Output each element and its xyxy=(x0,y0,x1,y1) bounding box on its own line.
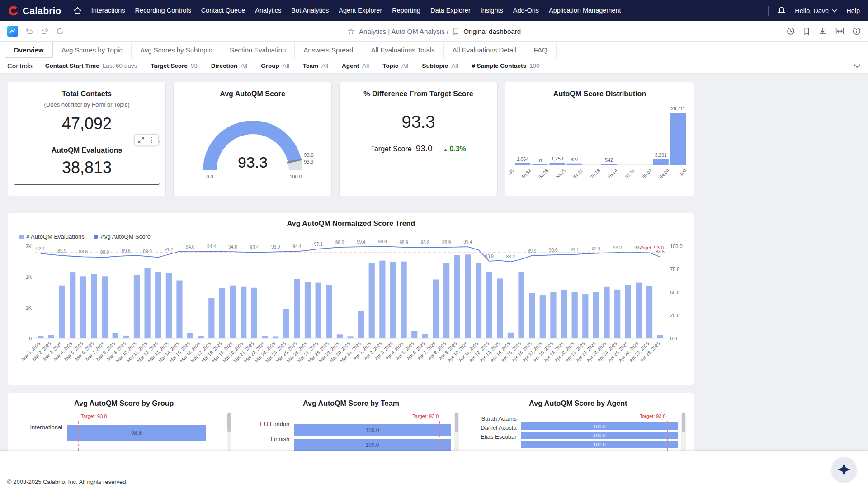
tab-answers-spread[interactable]: Answers Spread xyxy=(295,42,362,58)
filter-name: Group xyxy=(261,62,279,69)
scrollbar-thumb[interactable] xyxy=(227,413,231,432)
filter-value: 93 xyxy=(191,62,198,69)
nav-item-agent-explorer[interactable]: Agent Explorer xyxy=(334,0,387,21)
trend-chart[interactable]: 01K1K2K0.025.050.075.0100.0Mar 1, 2025Ma… xyxy=(14,240,688,375)
bar-elias-escobar[interactable]: 100.0 xyxy=(521,441,678,448)
svg-text:61: 61 xyxy=(537,158,542,163)
svg-text:827: 827 xyxy=(570,157,578,162)
history-button[interactable] xyxy=(787,27,795,35)
svg-text:1,250: 1,250 xyxy=(551,156,563,161)
bar-daniel-acosta[interactable]: 100.0 xyxy=(521,432,678,439)
export-button[interactable] xyxy=(819,27,827,35)
filter-sample-contacts[interactable]: # Sample Contacts100 xyxy=(472,62,539,69)
legend: # AutoQM Evaluations Avg AutoQM Score xyxy=(19,233,688,240)
avg-score-gauge-card: Avg AutoQM Score 0.0100.093.093.393.3 xyxy=(173,82,332,196)
chevron-down-icon xyxy=(832,9,837,13)
svg-text:100: 100 xyxy=(678,168,687,177)
svg-text:46.32: 46.32 xyxy=(520,168,532,179)
fit-width-button[interactable] xyxy=(835,28,844,35)
svg-text:1,054: 1,054 xyxy=(516,156,528,162)
autoqm-evaluations-value: 38,813 xyxy=(14,158,160,177)
redo-button[interactable] xyxy=(41,28,49,35)
filter-team[interactable]: TeamAll xyxy=(303,62,328,69)
legend-item-evaluations[interactable]: # AutoQM Evaluations xyxy=(19,233,85,240)
tab-all-evaluations-totals[interactable]: All Evaluations Totals xyxy=(362,42,443,58)
bar-sarah-adams[interactable]: 100.0 xyxy=(521,422,678,430)
svg-text:99.0: 99.0 xyxy=(335,240,344,245)
favorite-star-icon[interactable]: ☆ xyxy=(347,27,355,36)
filter-group[interactable]: GroupAll xyxy=(261,62,289,69)
tab-all-evaluations-detail[interactable]: All Evaluations Detail xyxy=(444,42,525,58)
bar-eu-london[interactable]: 100.0 xyxy=(294,424,450,436)
user-menu[interactable]: Hello, Dave xyxy=(795,7,837,14)
svg-text:70.18: 70.18 xyxy=(589,168,601,179)
svg-text:99.4: 99.4 xyxy=(357,240,366,244)
dashboard-app-icon[interactable] xyxy=(7,26,18,37)
refresh-button[interactable] xyxy=(56,28,64,35)
nav-item-insights[interactable]: Insights xyxy=(476,0,508,21)
calabrio-logo[interactable]: Calabrio xyxy=(8,5,61,16)
home-button[interactable] xyxy=(73,6,82,15)
distribution-chart[interactable]: 1,054611,2508275423,29128,71140.3546.325… xyxy=(509,102,691,191)
tab-faq[interactable]: FAQ xyxy=(525,42,557,58)
bar-value: 100.0 xyxy=(593,424,606,429)
tab-section-evaluation[interactable]: Section Evaluation xyxy=(221,42,295,58)
svg-text:82.11: 82.11 xyxy=(624,168,635,179)
filter-name: Team xyxy=(303,62,318,69)
expand-icon[interactable] xyxy=(138,137,144,143)
legend-dot-icon xyxy=(94,235,98,239)
dashboard-name[interactable]: Original dashboard xyxy=(463,28,521,35)
undo-button[interactable] xyxy=(25,28,33,35)
scrollbar-thumb[interactable] xyxy=(682,413,685,432)
svg-text:28,711: 28,711 xyxy=(671,106,685,111)
help-button[interactable]: Help xyxy=(846,7,860,14)
nav-item-analytics[interactable]: Analytics xyxy=(250,0,286,21)
legend-label: # AutoQM Evaluations xyxy=(26,233,85,240)
score-distribution-card: AutoQM Score Distribution 1,054611,25082… xyxy=(505,82,694,196)
spark-icon xyxy=(836,462,852,477)
svg-text:91.2: 91.2 xyxy=(165,247,174,252)
filter-name: Subtopic xyxy=(422,62,448,69)
collapse-controls-button[interactable] xyxy=(854,64,861,68)
nav-item-data-explorer[interactable]: Data Explorer xyxy=(425,0,476,21)
target-score-label: Target Score xyxy=(371,145,412,153)
nav-item-bot-analytics[interactable]: Bot Analytics xyxy=(286,0,334,21)
svg-text:94.4: 94.4 xyxy=(292,244,302,249)
card-title: % Difference From Target Score xyxy=(340,82,497,98)
nav-item-add-ons[interactable]: Add-Ons xyxy=(508,0,544,21)
toolbar-left xyxy=(7,26,64,37)
filter-subtopic[interactable]: SubtopicAll xyxy=(422,62,458,69)
notifications-button[interactable] xyxy=(778,6,786,15)
svg-text:94.04: 94.04 xyxy=(658,168,670,179)
bar-finnish[interactable]: 100.0 xyxy=(294,439,450,451)
autoqm-evaluations-widget[interactable]: ⋮ AutoQM Evaluations 38,813 xyxy=(14,141,160,185)
filter-contact-start-time[interactable]: Contact Start TimeLast 60 days xyxy=(45,62,137,69)
nav-item-contact-queue[interactable]: Contact Queue xyxy=(196,0,250,21)
kebab-menu-icon[interactable]: ⋮ xyxy=(148,136,155,143)
save-bookmark-button[interactable] xyxy=(803,28,810,35)
bar-value: 100.0 xyxy=(365,427,379,433)
filter-direction[interactable]: DirectionAll xyxy=(211,62,248,69)
breadcrumb-path[interactable]: Analytics | Auto QM Analysis / xyxy=(359,28,448,35)
chart-title: Avg AutoQM Score by Team xyxy=(243,399,458,408)
tab-overview[interactable]: Overview xyxy=(5,42,53,58)
filter-topic[interactable]: TopicAll xyxy=(382,62,408,69)
nav-item-interactions[interactable]: Interactions xyxy=(86,0,130,21)
legend-item-score[interactable]: Avg AutoQM Score xyxy=(94,233,151,240)
target-score-value: 93.0 xyxy=(416,144,433,154)
gauge-chart[interactable]: 0.0100.093.093.393.3 xyxy=(180,102,325,181)
bar-international[interactable]: 98.8 xyxy=(67,425,206,441)
filter-target-score[interactable]: Target Score93 xyxy=(151,62,198,69)
tab-avg-scores-by-subtopic[interactable]: Avg Scores by Subtopic xyxy=(132,42,221,58)
tab-avg-scores-by-topic[interactable]: Avg Scores by Topic xyxy=(53,42,132,58)
target-label: Target: 93.0 xyxy=(640,413,666,419)
nav-item-application-management[interactable]: Application Management xyxy=(544,0,626,21)
nav-item-recording-controls[interactable]: Recording Controls xyxy=(130,0,196,21)
calabrio-spark-button[interactable] xyxy=(832,457,856,482)
info-button[interactable] xyxy=(853,27,861,35)
nav-item-reporting[interactable]: Reporting xyxy=(387,0,425,21)
filter-agent[interactable]: AgentAll xyxy=(342,62,369,69)
home-icon xyxy=(73,6,82,15)
scrollbar-thumb[interactable] xyxy=(455,413,458,432)
bar-row: 100.0 xyxy=(521,432,678,439)
